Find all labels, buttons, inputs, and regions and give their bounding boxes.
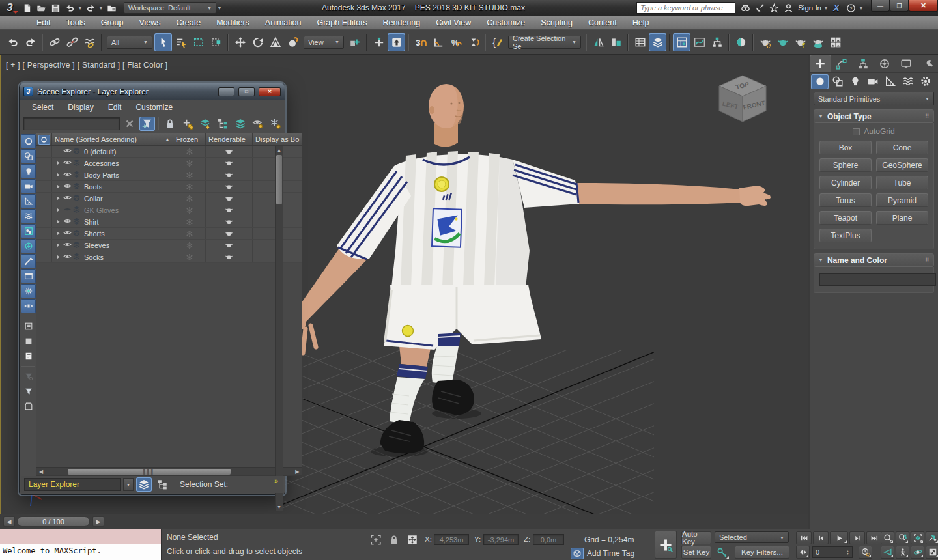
primitive-pyramid-button[interactable]: Pyramid xyxy=(876,193,928,207)
se-menu-display[interactable]: Display xyxy=(61,100,100,115)
rendered-frame-icon[interactable] xyxy=(774,33,791,51)
curve-editor-icon[interactable] xyxy=(690,33,708,51)
menu-views[interactable]: Views xyxy=(131,16,168,30)
undo-icon[interactable] xyxy=(4,33,21,51)
coord-dropdown[interactable]: View▼ xyxy=(304,36,344,49)
angle-snap-icon[interactable] xyxy=(429,33,447,51)
shapes-icon[interactable] xyxy=(829,74,846,89)
restore-button[interactable]: ❐ xyxy=(890,0,909,12)
renderable-toggle-icon[interactable] xyxy=(206,146,253,157)
display-helpers-icon[interactable] xyxy=(21,194,36,208)
primitive-cone-button[interactable]: Cone xyxy=(876,141,928,154)
search-communication-icon[interactable] xyxy=(738,1,752,14)
expand-icon[interactable] xyxy=(53,219,63,225)
se-displayasbox-column-header[interactable]: Display as Bo xyxy=(253,133,302,145)
key-filters-button[interactable]: Key Filters... xyxy=(735,546,789,559)
frozen-toggle-icon[interactable] xyxy=(173,216,206,227)
set-keys-button[interactable] xyxy=(655,531,677,559)
unlink-icon[interactable] xyxy=(63,33,81,51)
primitive-geosphere-button[interactable]: GeoSphere xyxy=(876,158,928,172)
layer-name[interactable]: Sleeves xyxy=(84,242,109,249)
display-panel-icon[interactable] xyxy=(21,269,36,283)
named-sets-icon[interactable]: { xyxy=(489,33,506,51)
play-icon[interactable] xyxy=(830,531,848,544)
key-mode-icon[interactable] xyxy=(796,546,810,559)
layers-icon[interactable] xyxy=(233,117,248,131)
display-tab[interactable] xyxy=(895,55,917,72)
renderable-toggle-icon[interactable] xyxy=(206,251,253,262)
systems-icon[interactable] xyxy=(917,74,934,89)
se-menu-select[interactable]: Select xyxy=(25,100,61,115)
z-coordinate-field[interactable]: 0,0m xyxy=(533,534,564,545)
project-folder-icon[interactable] xyxy=(104,1,119,14)
se-name-column-header[interactable]: Name (Sorted Ascending)▲ xyxy=(52,133,173,145)
layer-row[interactable]: GK Gloves xyxy=(36,204,302,216)
renderable-toggle-icon[interactable] xyxy=(206,228,253,239)
mirror-icon[interactable] xyxy=(590,33,607,51)
redo-icon[interactable] xyxy=(83,1,98,14)
frozen-toggle-icon[interactable] xyxy=(173,181,206,192)
filter-dropdown[interactable]: All▼ xyxy=(107,36,152,49)
help-dropdown-icon[interactable]: ▼ xyxy=(858,1,864,14)
visibility-eye-icon[interactable] xyxy=(63,182,72,191)
helpers-icon[interactable] xyxy=(881,74,899,89)
toolbar-overflow-icon[interactable]: ▼ xyxy=(216,1,223,14)
new-key-icon[interactable] xyxy=(715,546,730,559)
next-frame-icon[interactable] xyxy=(849,531,865,544)
hierarchy-tab[interactable] xyxy=(853,55,874,72)
display-spacewarps-icon[interactable] xyxy=(21,209,36,223)
viewcube[interactable]: TOP LEFT FRONT xyxy=(711,68,774,128)
rotate-icon[interactable] xyxy=(249,33,266,51)
primitive-tube-button[interactable]: Tube xyxy=(876,176,928,189)
layer-row[interactable]: Shorts xyxy=(36,228,302,240)
footer-hierarchy-icon[interactable] xyxy=(154,477,170,492)
rect-region-icon[interactable] xyxy=(190,33,207,51)
geometry-icon[interactable] xyxy=(811,74,829,89)
help-icon[interactable]: ? xyxy=(844,1,858,14)
filter-icon[interactable] xyxy=(21,384,36,399)
user-icon[interactable] xyxy=(781,1,795,14)
se-minimize-button[interactable]: — xyxy=(218,87,234,96)
layer-row[interactable]: Sleeves xyxy=(36,240,302,251)
filter-settings-icon[interactable] xyxy=(21,369,36,384)
undo-icon[interactable] xyxy=(63,1,77,14)
visibility-eye-icon[interactable] xyxy=(63,193,72,203)
object-type-rollout-header[interactable]: ▼Object Type⠿ xyxy=(814,109,934,123)
snaps-3d-icon[interactable]: 3 xyxy=(412,33,429,51)
menu-rendering[interactable]: Rendering xyxy=(375,16,429,30)
expand-icon[interactable] xyxy=(53,242,63,248)
minimize-button[interactable]: — xyxy=(871,0,890,12)
se-frozen-column-header[interactable]: Frozen xyxy=(173,133,206,145)
se-menu-edit[interactable]: Edit xyxy=(101,100,129,115)
menu-edit[interactable]: Edit xyxy=(29,16,59,30)
se-vscroll-thumb[interactable] xyxy=(276,155,282,204)
auto-key-button[interactable]: Auto Key xyxy=(681,531,711,544)
walk-through-icon[interactable] xyxy=(896,546,909,559)
ribbon-toggle-icon[interactable] xyxy=(673,33,690,51)
app-logo-icon[interactable]: 3 xyxy=(0,0,20,16)
use-center-icon[interactable] xyxy=(346,33,363,51)
render-production-icon[interactable] xyxy=(791,33,809,51)
utilities-tab[interactable] xyxy=(917,55,938,72)
layer-name[interactable]: Shirt xyxy=(84,218,99,226)
save-icon[interactable] xyxy=(48,1,63,14)
previous-frame-icon[interactable] xyxy=(813,531,829,544)
manipulate-icon[interactable] xyxy=(370,33,388,51)
maxscript-macro-recorder[interactable] xyxy=(0,529,161,544)
menu-customize[interactable]: Customize xyxy=(479,16,533,30)
name-color-rollout-header[interactable]: ▼Name and Color⠿ xyxy=(814,253,934,267)
display-hidden-icon[interactable] xyxy=(21,299,36,313)
select-by-name-icon[interactable] xyxy=(172,33,190,51)
lock-icon[interactable] xyxy=(162,117,178,131)
search-input[interactable] xyxy=(636,2,735,14)
frozen-toggle-icon[interactable] xyxy=(173,240,206,251)
create-tab[interactable] xyxy=(810,55,831,72)
explorer-mode-dropdown[interactable]: Layer Explorer xyxy=(24,478,121,491)
primitive-torus-button[interactable]: Torus xyxy=(819,193,872,207)
solid-view-icon[interactable] xyxy=(21,334,36,348)
explorer-mode-dropdown-arrow[interactable]: ▼ xyxy=(123,478,134,491)
object-name-input[interactable] xyxy=(819,273,936,286)
primitive-sphere-button[interactable]: Sphere xyxy=(819,158,872,172)
layer-row[interactable]: Shirt xyxy=(36,216,302,228)
add-time-tag-label[interactable]: Add Time Tag xyxy=(587,549,634,558)
